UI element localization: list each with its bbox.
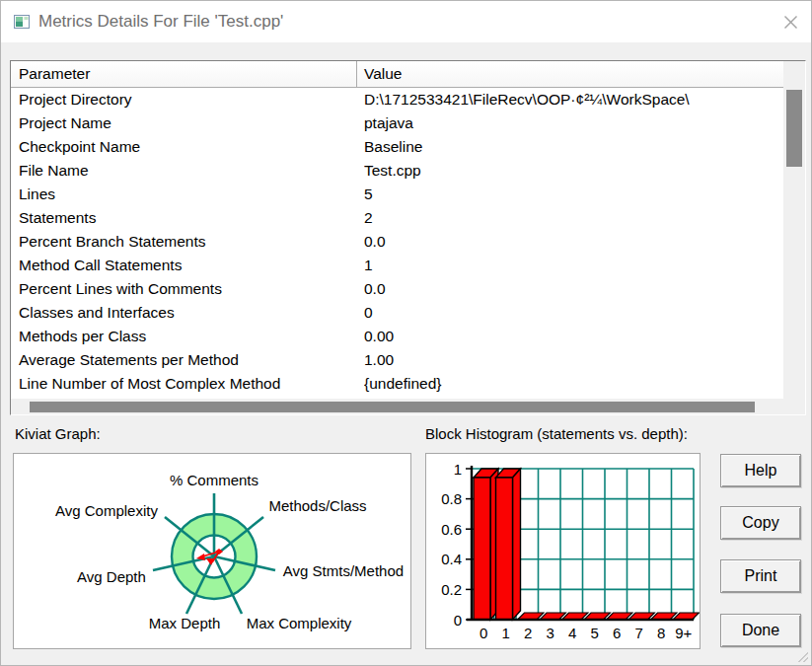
kiviat-axis-label: Avg Complexity bbox=[55, 502, 158, 519]
kiviat-axis-label: Max Depth bbox=[149, 615, 221, 631]
table-row[interactable]: Lines5 bbox=[11, 183, 783, 206]
table-row[interactable]: Average Statements per Method1.00 bbox=[11, 348, 783, 372]
value-cell: 0 bbox=[364, 301, 783, 325]
table-row[interactable]: Method Call Statements1 bbox=[11, 254, 783, 277]
column-header-value[interactable]: Value bbox=[364, 61, 403, 87]
table-row[interactable]: Line Number of Most Complex Method{undef… bbox=[11, 372, 783, 396]
table-row[interactable]: Statements2 bbox=[11, 206, 783, 230]
parameter-cell: Percent Branch Statements bbox=[19, 230, 206, 254]
metrics-details-dialog: Metrics Details For File 'Test.cpp' Para… bbox=[0, 0, 812, 666]
x-tick-label: 6 bbox=[613, 625, 621, 641]
x-tick-label: 7 bbox=[635, 625, 643, 641]
resize-grip-icon[interactable] bbox=[795, 649, 808, 662]
table-row[interactable]: Project Nameptajava bbox=[11, 111, 783, 135]
value-cell: 0.0 bbox=[364, 277, 783, 301]
parameter-cell: Methods per Class bbox=[19, 325, 146, 348]
y-tick-label: 0.6 bbox=[441, 521, 462, 538]
window-title: Metrics Details For File 'Test.cpp' bbox=[38, 1, 283, 42]
x-tick-label: 5 bbox=[591, 625, 599, 641]
block-histogram-panel: 10.80.60.40.200123456789+ bbox=[425, 453, 701, 649]
histogram-chart: 10.80.60.40.200123456789+ bbox=[426, 454, 700, 648]
value-cell: 0.00 bbox=[364, 325, 783, 348]
value-cell: {undefined} bbox=[364, 372, 783, 396]
kiviat-graph-panel: % CommentsMethods/ClassAvg Stmts/MethodM… bbox=[13, 453, 411, 649]
vertical-scrollbar-thumb[interactable] bbox=[786, 90, 802, 167]
value-cell: D:\1712533421\FileRecv\OOP·¢²¼\WorkSpace… bbox=[364, 88, 783, 111]
parameter-cell: File Name bbox=[19, 159, 89, 183]
bar bbox=[496, 478, 513, 620]
y-tick-label: 0.4 bbox=[441, 551, 462, 567]
parameter-cell: Checkpoint Name bbox=[19, 135, 140, 159]
table-row[interactable]: File NameTest.cpp bbox=[11, 159, 783, 183]
table-row[interactable]: Checkpoint NameBaseline bbox=[11, 135, 783, 159]
x-tick-label: 0 bbox=[480, 625, 487, 641]
title-bar: Metrics Details For File 'Test.cpp' bbox=[1, 1, 811, 42]
parameter-cell: Project Directory bbox=[19, 88, 132, 111]
column-header-parameter[interactable]: Parameter bbox=[19, 61, 90, 87]
kiviat-axis-label: % Comments bbox=[170, 472, 258, 488]
value-cell: 5 bbox=[364, 183, 783, 206]
parameter-cell: Statements bbox=[19, 206, 96, 230]
done-button[interactable]: Done bbox=[720, 614, 801, 647]
table-content: Parameter Value Project DirectoryD:\1712… bbox=[11, 61, 783, 399]
bar bbox=[474, 478, 490, 620]
parameter-cell: Average Statements per Method bbox=[19, 348, 239, 372]
bar-side-face bbox=[513, 469, 521, 620]
y-tick-label: 1 bbox=[454, 461, 462, 478]
column-separator[interactable] bbox=[356, 61, 357, 88]
help-button[interactable]: Help bbox=[720, 454, 801, 487]
y-tick-label: 0.2 bbox=[441, 581, 462, 598]
kiviat-graph-label: Kiviat Graph: bbox=[15, 425, 101, 442]
parameter-cell: Lines bbox=[19, 183, 55, 206]
value-cell: Baseline bbox=[364, 135, 783, 159]
parameter-cell: Classes and Interfaces bbox=[19, 301, 175, 325]
parameter-cell: Percent Lines with Comments bbox=[19, 277, 222, 301]
parameter-cell: Project Name bbox=[19, 111, 111, 135]
table-row[interactable]: Classes and Interfaces0 bbox=[11, 301, 783, 325]
close-button[interactable] bbox=[775, 6, 806, 37]
x-tick-label: 4 bbox=[568, 625, 576, 641]
parameter-cell: Line Number of Most Complex Method bbox=[19, 372, 280, 396]
kiviat-axis-label: Max Complexity bbox=[247, 615, 352, 631]
vertical-scrollbar[interactable] bbox=[783, 61, 805, 414]
table-row[interactable]: Methods per Class0.00 bbox=[11, 325, 783, 348]
x-tick-label: 1 bbox=[502, 625, 510, 641]
x-tick-label: 2 bbox=[524, 625, 532, 641]
kiviat-axis-label: Avg Depth bbox=[77, 568, 146, 585]
table-row[interactable]: Percent Branch Statements0.0 bbox=[11, 230, 783, 254]
horizontal-scrollbar[interactable] bbox=[11, 399, 783, 414]
value-cell: 1.00 bbox=[364, 348, 783, 372]
table-row[interactable]: Percent Lines with Comments0.0 bbox=[11, 277, 783, 301]
y-tick-label: 0.8 bbox=[441, 490, 462, 507]
value-cell: 2 bbox=[364, 206, 783, 230]
app-icon bbox=[14, 14, 31, 30]
x-tick-label: 3 bbox=[547, 625, 554, 641]
value-cell: ptajava bbox=[364, 111, 783, 135]
table-body: Project DirectoryD:\1712533421\FileRecv\… bbox=[11, 88, 783, 396]
print-button[interactable]: Print bbox=[720, 559, 801, 593]
horizontal-scrollbar-thumb[interactable] bbox=[30, 402, 755, 412]
close-icon bbox=[783, 15, 798, 30]
value-cell: Test.cpp bbox=[364, 159, 783, 183]
metrics-table: Parameter Value Project DirectoryD:\1712… bbox=[10, 60, 806, 415]
x-tick-label: 9+ bbox=[675, 625, 692, 641]
copy-button[interactable]: Copy bbox=[720, 506, 801, 540]
table-row[interactable]: Project DirectoryD:\1712533421\FileRecv\… bbox=[11, 88, 783, 111]
value-cell: 1 bbox=[364, 254, 783, 277]
block-histogram-label: Block Histogram (statements vs. depth): bbox=[425, 425, 688, 442]
y-tick-label: 0 bbox=[454, 612, 462, 629]
kiviat-axis-label: Methods/Class bbox=[268, 497, 366, 514]
table-header: Parameter Value bbox=[11, 61, 783, 88]
kiviat-axis-label: Avg Stmts/Method bbox=[283, 562, 404, 579]
parameter-cell: Method Call Statements bbox=[19, 254, 182, 277]
x-tick-label: 8 bbox=[657, 625, 665, 641]
value-cell: 0.0 bbox=[364, 230, 783, 254]
